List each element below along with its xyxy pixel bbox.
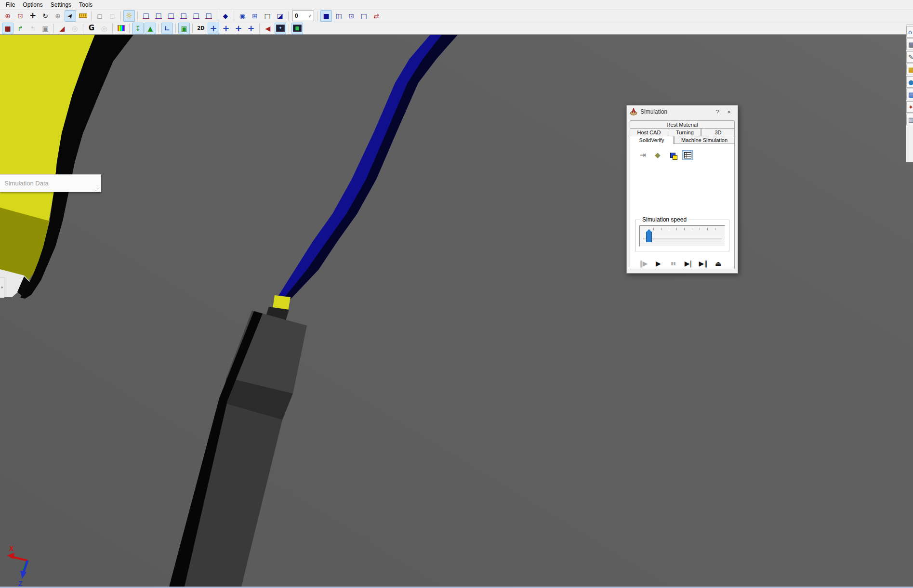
close-icon[interactable]: × — [723, 108, 735, 116]
coord-sys-icon: ∟ — [164, 25, 170, 32]
half-box-button[interactable]: ◪ — [274, 10, 286, 22]
layers-button[interactable]: ▦ — [906, 64, 913, 75]
viewport-3d[interactable]: X Z — [0, 34, 913, 588]
view-iso3-button[interactable]: □ — [203, 10, 214, 22]
display-outline-icon: □ — [360, 13, 367, 19]
globe-button[interactable]: ● — [906, 76, 913, 88]
view-top-button[interactable]: □ — [140, 10, 152, 22]
help-button[interactable]: ? — [712, 108, 723, 116]
gcode-rotate-button[interactable]: G — [86, 23, 97, 34]
gcode-disabled-button[interactable]: ◎ — [98, 23, 110, 34]
report-button[interactable]: ▥ — [906, 114, 913, 125]
pause-button[interactable]: ▮▮ — [666, 258, 681, 269]
home-icon: ⌂ — [908, 29, 912, 35]
refresh-arrows-icon: ⇄ — [373, 13, 379, 19]
eject-button[interactable]: ⏏ — [711, 258, 726, 269]
template-button[interactable]: ▤ — [906, 39, 913, 50]
menu-options[interactable]: Options — [19, 0, 46, 9]
slider-track[interactable] — [643, 238, 721, 239]
tool-red-button[interactable]: ◢ — [56, 23, 68, 34]
light-button[interactable]: ☼ — [123, 10, 135, 22]
copy-layers-button[interactable] — [667, 150, 678, 160]
viewport-sheen — [0, 35, 913, 588]
next-button[interactable]: ▶| — [681, 258, 696, 269]
coord-sys-button[interactable]: ∟ — [161, 23, 173, 34]
rewind-red-button[interactable]: ◀ — [262, 23, 274, 34]
sim-solid-button[interactable]: ■ — [2, 23, 13, 34]
op-forward-button[interactable]: ↱ — [14, 23, 26, 34]
tab-turning[interactable]: Turning — [669, 128, 701, 136]
menu-file[interactable]: File — [2, 0, 19, 9]
menu-settings[interactable]: Settings — [47, 0, 75, 9]
step-button[interactable]: ‖▶ — [636, 258, 651, 269]
op-list-button[interactable]: ▣ — [40, 23, 51, 34]
axis-x-label: X — [9, 545, 14, 552]
resize-grip-icon[interactable] — [94, 185, 100, 191]
select-cursor-button[interactable]: ➤ — [65, 10, 76, 22]
view-side-button[interactable]: □ — [165, 10, 177, 22]
chart-button[interactable]: ▆ — [291, 23, 303, 34]
speed-slider[interactable] — [639, 225, 725, 247]
color-scale-button[interactable] — [115, 23, 127, 34]
tool-disabled-button[interactable]: ◎ — [69, 23, 80, 34]
dialog-title-bar[interactable]: Simulation ? × — [627, 105, 738, 118]
box-button[interactable]: □ — [262, 10, 273, 22]
combine-button[interactable]: ⊞ — [249, 10, 261, 22]
view-iso2-button[interactable]: □ — [190, 10, 202, 22]
display-inner-button[interactable]: ◫ — [333, 10, 344, 22]
tab-3d[interactable]: 3D — [701, 128, 735, 136]
section-1-button[interactable]: + — [208, 23, 219, 34]
refresh-button[interactable]: ⇄ — [370, 10, 382, 22]
menu-tools[interactable]: Tools — [75, 0, 96, 9]
tab-rest-material[interactable]: Rest Material — [630, 120, 735, 129]
view-front-button[interactable]: □ — [153, 10, 164, 22]
dialog-title: Simulation — [640, 108, 712, 115]
report-icon: ▥ — [908, 117, 913, 123]
data-table-button[interactable] — [682, 150, 693, 160]
toolbar-separator — [289, 24, 289, 33]
display-solid-button[interactable]: ■ — [320, 10, 332, 22]
play-to-button[interactable]: ▶‖ — [696, 258, 711, 269]
display-outline-button[interactable]: □ — [358, 10, 370, 22]
face-select-alt-button[interactable]: ◻ — [106, 10, 118, 22]
op-back-button[interactable]: ↰ — [27, 23, 39, 34]
view-iso1-button[interactable]: □ — [178, 10, 189, 22]
tab-host-cad[interactable]: Host CAD — [630, 128, 668, 136]
night-view-icon: ✦ — [276, 25, 285, 32]
zoom-dynamic-button[interactable]: ⊕ — [52, 10, 64, 22]
fill-color-button[interactable]: ◆ — [652, 150, 663, 160]
tool-button[interactable]: ✦ — [906, 101, 913, 113]
toolbar-simulation: ■ ↱ ↰ ▣ ◢ ◎ G ◎ ↧ ▲ ∟ ▣ 2D + + + + ◀ ✦ ▆ — [0, 22, 913, 34]
night-view-button[interactable]: ✦ — [275, 23, 286, 34]
shell-button[interactable]: ◉ — [237, 10, 248, 22]
rotate-view-button[interactable]: ↻ — [40, 10, 51, 22]
pan-button[interactable]: + — [27, 10, 39, 22]
machine-housing-button[interactable]: ▣ — [178, 23, 190, 34]
simulation-data-panel[interactable]: Simulation Data — [0, 174, 101, 192]
coord-dropdown[interactable]: 0 ∨ — [292, 11, 314, 21]
gcode-disabled-icon: ◎ — [101, 25, 107, 32]
tab-solidverify[interactable]: SolidVerify — [630, 136, 674, 144]
slider-thumb[interactable] — [646, 229, 652, 242]
zoom-plus-button[interactable]: ⊕ — [2, 10, 13, 22]
home-button[interactable]: ⌂ — [906, 26, 913, 38]
play-button[interactable]: ▶ — [651, 258, 666, 269]
zoom-window-button[interactable]: ⊡ — [14, 10, 26, 22]
show-tool-button[interactable]: ↧ — [132, 23, 144, 34]
shaded-view-button[interactable]: ◆ — [220, 10, 231, 22]
tab-machine-simulation[interactable]: Machine Simulation — [674, 136, 735, 144]
view-2d-button[interactable]: 2D — [195, 23, 207, 34]
face-select-button[interactable]: ◻ — [94, 10, 106, 22]
show-holder-button[interactable]: ▲ — [145, 23, 156, 34]
left-edge-grip[interactable] — [0, 277, 4, 298]
import-button[interactable]: ⇥ — [637, 150, 648, 160]
measure-button[interactable] — [77, 10, 89, 22]
display-wire-button[interactable]: ⊡ — [345, 10, 357, 22]
toolbar-separator — [217, 11, 217, 21]
tool-disabled-icon: ◎ — [72, 25, 78, 32]
edit-button[interactable]: ✎ — [906, 51, 913, 63]
table-button[interactable]: ▤ — [906, 89, 913, 100]
section-2-button[interactable]: + — [220, 23, 232, 34]
section-3-button[interactable]: + — [233, 23, 244, 34]
section-4-button[interactable]: + — [245, 23, 257, 34]
